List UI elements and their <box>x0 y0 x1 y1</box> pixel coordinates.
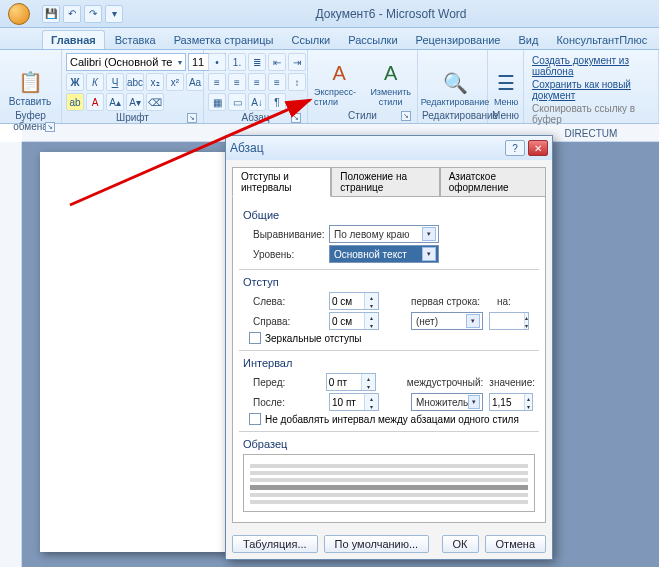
styles-launcher[interactable]: ↘ <box>401 111 411 121</box>
redo-icon[interactable]: ↷ <box>84 5 102 23</box>
paragraph-launcher[interactable]: ↘ <box>291 113 301 123</box>
link-create-template[interactable]: Создать документ из шаблона <box>532 55 650 77</box>
indent-right-input[interactable] <box>330 313 364 329</box>
nodup-label: Не добавлять интервал между абзацами одн… <box>265 414 519 425</box>
numbering-button[interactable]: 1. <box>228 53 246 71</box>
level-combo[interactable]: Основной текст ▾ <box>329 245 439 263</box>
font-launcher[interactable]: ↘ <box>187 113 197 123</box>
align-right-button[interactable]: ≡ <box>248 73 266 91</box>
checkbox-icon <box>249 332 261 344</box>
highlight-button[interactable]: ab <box>66 93 84 111</box>
tab-insert[interactable]: Вставка <box>107 31 164 49</box>
cancel-button[interactable]: Отмена <box>485 535 546 553</box>
tab-review[interactable]: Рецензирование <box>408 31 509 49</box>
align-left-button[interactable]: ≡ <box>208 73 226 91</box>
multilevel-button[interactable]: ≣ <box>248 53 266 71</box>
menu-icon: ☰ <box>497 71 515 95</box>
level-value: Основной текст <box>334 249 407 260</box>
superscript-button[interactable]: x² <box>166 73 184 91</box>
indent-left-input[interactable] <box>330 293 364 309</box>
strike-button[interactable]: abc <box>126 73 144 91</box>
show-marks-button[interactable]: ¶ <box>268 93 286 111</box>
line-combo[interactable]: Множитель▾ <box>411 393 483 411</box>
tab-layout[interactable]: Разметка страницы <box>166 31 282 49</box>
no-dup-spacing-checkbox[interactable]: Не добавлять интервал между абзацами одн… <box>249 413 535 425</box>
editing-button[interactable]: 🔍 Редактирование <box>422 53 488 109</box>
at-spin[interactable]: ▴▾ <box>489 393 533 411</box>
ruler-vertical[interactable] <box>0 142 22 567</box>
indent-right-spin[interactable]: ▴▾ <box>329 312 379 330</box>
indent-on-spin[interactable]: ▴▾ <box>489 312 529 330</box>
close-button[interactable]: ✕ <box>528 140 548 156</box>
editing-label: Редактирование <box>421 97 490 107</box>
bullets-button[interactable]: • <box>208 53 226 71</box>
level-label: Уровень: <box>253 249 323 260</box>
find-icon: 🔍 <box>443 71 468 95</box>
help-button[interactable]: ? <box>505 140 525 156</box>
increase-indent-button[interactable]: ⇥ <box>288 53 306 71</box>
dialog-titlebar[interactable]: Абзац ? ✕ <box>226 136 552 160</box>
section-preview: Образец <box>243 438 535 450</box>
office-button[interactable] <box>0 0 38 28</box>
shrink-font-button[interactable]: A▾ <box>126 93 144 111</box>
line-label: междустрочный: <box>407 377 484 388</box>
grow-font-button[interactable]: A▴ <box>106 93 124 111</box>
group-editing-label: Редактирование <box>422 109 483 122</box>
align-combo[interactable]: По левому краю ▾ <box>329 225 439 243</box>
tab-mail[interactable]: Рассылки <box>340 31 405 49</box>
font-name-combo[interactable]: Calibri (Основной те▾ <box>66 53 186 71</box>
subscript-button[interactable]: x₂ <box>146 73 164 91</box>
default-button[interactable]: По умолчанию... <box>324 535 430 553</box>
indent-on-input[interactable] <box>490 313 524 329</box>
underline-button[interactable]: Ч <box>106 73 124 91</box>
undo-icon[interactable]: ↶ <box>63 5 81 23</box>
line-spacing-button[interactable]: ↕ <box>288 73 306 91</box>
before-input[interactable] <box>327 374 361 390</box>
after-spin[interactable]: ▴▾ <box>329 393 379 411</box>
sort-button[interactable]: A↓ <box>248 93 266 111</box>
tab-asian[interactable]: Азиатское оформление <box>440 167 546 197</box>
checkbox-icon <box>249 413 261 425</box>
decrease-indent-button[interactable]: ⇤ <box>268 53 286 71</box>
tab-home[interactable]: Главная <box>42 30 105 49</box>
font-color-button[interactable]: A <box>86 93 104 111</box>
before-label: Перед: <box>253 377 320 388</box>
before-spin[interactable]: ▴▾ <box>326 373 376 391</box>
after-input[interactable] <box>330 394 364 410</box>
shading-button[interactable]: ▦ <box>208 93 226 111</box>
link-save-new[interactable]: Сохранить как новый документ <box>532 79 650 101</box>
tabs-button[interactable]: Табуляция... <box>232 535 318 553</box>
first-line-combo[interactable]: (нет)▾ <box>411 312 483 330</box>
change-styles-button[interactable]: A Изменить стили <box>368 53 413 109</box>
tab-position[interactable]: Положение на странице <box>331 167 439 197</box>
menu-button[interactable]: ☰ Меню <box>492 53 520 109</box>
ok-button[interactable]: ОК <box>442 535 479 553</box>
tab-refs[interactable]: Ссылки <box>283 31 338 49</box>
save-icon[interactable]: 💾 <box>42 5 60 23</box>
chevron-down-icon: ▾ <box>422 247 436 261</box>
express-styles-button[interactable]: A Экспресс-стили <box>312 53 366 109</box>
section-general: Общие <box>243 209 535 221</box>
qat-more-icon[interactable]: ▾ <box>105 5 123 23</box>
titlebar: 💾 ↶ ↷ ▾ Документ6 - Microsoft Word <box>0 0 659 28</box>
dialog-panel: Общие Выравнивание: По левому краю ▾ Уро… <box>232 196 546 523</box>
paragraph-dialog: Абзац ? ✕ Отступы и интервалы Положение … <box>225 135 553 560</box>
paste-button[interactable]: 📋 Вставить <box>4 53 56 109</box>
tab-consultant[interactable]: КонсультантПлюс <box>548 31 655 49</box>
change-styles-label: Изменить стили <box>370 87 411 107</box>
change-case-button[interactable]: Aa <box>186 73 204 91</box>
align-center-button[interactable]: ≡ <box>228 73 246 91</box>
justify-button[interactable]: ≡ <box>268 73 286 91</box>
borders-button[interactable]: ▭ <box>228 93 246 111</box>
bold-button[interactable]: Ж <box>66 73 84 91</box>
italic-button[interactable]: К <box>86 73 104 91</box>
clear-format-button[interactable]: ⌫ <box>146 93 164 111</box>
at-input[interactable] <box>490 394 524 410</box>
mirror-indents-checkbox[interactable]: Зеркальные отступы <box>249 332 535 344</box>
chevron-down-icon: ▾ <box>466 314 480 328</box>
clipboard-launcher[interactable]: ↘ <box>45 122 55 132</box>
indent-left-spin[interactable]: ▴▾ <box>329 292 379 310</box>
chevron-down-icon: ▾ <box>422 227 436 241</box>
tab-indents[interactable]: Отступы и интервалы <box>232 167 331 197</box>
tab-view[interactable]: Вид <box>511 31 547 49</box>
